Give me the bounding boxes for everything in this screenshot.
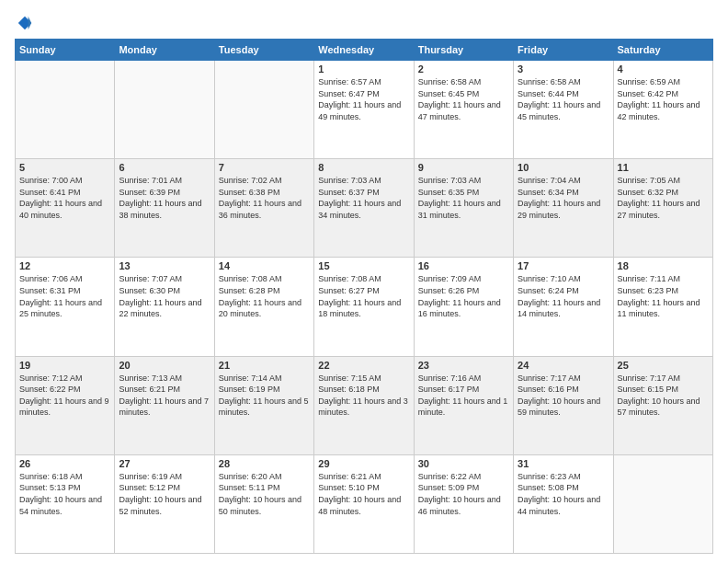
day-cell: 3Sunrise: 6:58 AM Sunset: 6:44 PM Daylig…: [514, 61, 613, 159]
day-info: Sunrise: 7:06 AM Sunset: 6:31 PM Dayligh…: [19, 273, 110, 319]
day-info: Sunrise: 7:13 AM Sunset: 6:21 PM Dayligh…: [119, 373, 210, 419]
day-info: Sunrise: 6:23 AM Sunset: 5:08 PM Dayligh…: [518, 471, 609, 517]
day-header-sunday: Sunday: [16, 40, 115, 61]
day-number: 7: [219, 162, 310, 173]
day-info: Sunrise: 6:19 AM Sunset: 5:12 PM Dayligh…: [119, 471, 210, 517]
day-cell: 29Sunrise: 6:21 AM Sunset: 5:10 PM Dayli…: [314, 454, 414, 553]
day-number: 13: [119, 260, 210, 271]
day-number: 1: [318, 63, 409, 75]
day-cell: 13Sunrise: 7:07 AM Sunset: 6:30 PM Dayli…: [115, 258, 214, 356]
day-cell: 31Sunrise: 6:23 AM Sunset: 5:08 PM Dayli…: [514, 454, 613, 553]
day-info: Sunrise: 7:10 AM Sunset: 6:24 PM Dayligh…: [518, 273, 609, 319]
day-info: Sunrise: 7:05 AM Sunset: 6:32 PM Dayligh…: [618, 175, 709, 221]
day-number: 14: [219, 260, 310, 271]
day-number: 16: [418, 260, 509, 271]
day-info: Sunrise: 6:22 AM Sunset: 5:09 PM Dayligh…: [418, 471, 509, 517]
week-row-1: 1Sunrise: 6:57 AM Sunset: 6:47 PM Daylig…: [16, 61, 713, 159]
svg-marker-1: [28, 17, 32, 29]
day-header-wednesday: Wednesday: [314, 40, 414, 61]
day-cell: 10Sunrise: 7:04 AM Sunset: 6:34 PM Dayli…: [514, 159, 613, 258]
day-cell: 15Sunrise: 7:08 AM Sunset: 6:27 PM Dayli…: [314, 258, 414, 356]
day-number: 21: [219, 360, 310, 371]
day-number: 18: [618, 260, 709, 271]
day-number: 17: [518, 260, 609, 271]
day-cell: 22Sunrise: 7:15 AM Sunset: 6:18 PM Dayli…: [314, 356, 414, 454]
day-number: 2: [418, 63, 509, 75]
day-cell: 21Sunrise: 7:14 AM Sunset: 6:19 PM Dayli…: [214, 356, 313, 454]
day-cell: 19Sunrise: 7:12 AM Sunset: 6:22 PM Dayli…: [16, 356, 115, 454]
day-cell: 17Sunrise: 7:10 AM Sunset: 6:24 PM Dayli…: [514, 258, 613, 356]
day-number: 5: [19, 162, 110, 173]
day-cell: 4Sunrise: 6:59 AM Sunset: 6:42 PM Daylig…: [613, 61, 712, 159]
day-header-monday: Monday: [115, 40, 214, 61]
day-number: 9: [418, 162, 509, 173]
day-info: Sunrise: 6:20 AM Sunset: 5:11 PM Dayligh…: [219, 471, 310, 517]
day-cell: [16, 61, 115, 159]
day-info: Sunrise: 7:15 AM Sunset: 6:18 PM Dayligh…: [318, 373, 409, 419]
day-number: 25: [618, 360, 709, 371]
day-number: 31: [518, 458, 609, 469]
day-cell: 6Sunrise: 7:01 AM Sunset: 6:39 PM Daylig…: [115, 159, 214, 258]
day-number: 12: [19, 260, 110, 271]
day-cell: 2Sunrise: 6:58 AM Sunset: 6:45 PM Daylig…: [414, 61, 513, 159]
day-cell: 24Sunrise: 7:17 AM Sunset: 6:16 PM Dayli…: [514, 356, 613, 454]
day-number: 11: [618, 162, 709, 173]
day-cell: 14Sunrise: 7:08 AM Sunset: 6:28 PM Dayli…: [214, 258, 313, 356]
header: [15, 15, 713, 31]
day-cell: 18Sunrise: 7:11 AM Sunset: 6:23 PM Dayli…: [613, 258, 712, 356]
day-info: Sunrise: 7:16 AM Sunset: 6:17 PM Dayligh…: [418, 373, 509, 419]
day-header-thursday: Thursday: [414, 40, 513, 61]
day-number: 10: [518, 162, 609, 173]
day-info: Sunrise: 7:09 AM Sunset: 6:26 PM Dayligh…: [418, 273, 509, 319]
page: SundayMondayTuesdayWednesdayThursdayFrid…: [0, 0, 728, 563]
day-info: Sunrise: 7:17 AM Sunset: 6:15 PM Dayligh…: [618, 373, 709, 419]
day-header-tuesday: Tuesday: [214, 40, 313, 61]
day-cell: 25Sunrise: 7:17 AM Sunset: 6:15 PM Dayli…: [613, 356, 712, 454]
day-cell: 9Sunrise: 7:03 AM Sunset: 6:35 PM Daylig…: [414, 159, 513, 258]
day-cell: 8Sunrise: 7:03 AM Sunset: 6:37 PM Daylig…: [314, 159, 414, 258]
day-header-friday: Friday: [514, 40, 613, 61]
day-cell: 27Sunrise: 6:19 AM Sunset: 5:12 PM Dayli…: [115, 454, 214, 553]
day-number: 22: [318, 360, 409, 371]
day-info: Sunrise: 6:21 AM Sunset: 5:10 PM Dayligh…: [318, 471, 409, 517]
day-info: Sunrise: 6:58 AM Sunset: 6:44 PM Dayligh…: [518, 76, 609, 122]
day-cell: [613, 454, 712, 553]
day-info: Sunrise: 7:03 AM Sunset: 6:37 PM Dayligh…: [318, 175, 409, 221]
day-number: 23: [418, 360, 509, 371]
day-info: Sunrise: 7:08 AM Sunset: 6:27 PM Dayligh…: [318, 273, 409, 319]
day-number: 6: [119, 162, 210, 173]
week-row-3: 12Sunrise: 7:06 AM Sunset: 6:31 PM Dayli…: [16, 258, 713, 356]
day-info: Sunrise: 7:03 AM Sunset: 6:35 PM Dayligh…: [418, 175, 509, 221]
day-cell: 1Sunrise: 6:57 AM Sunset: 6:47 PM Daylig…: [314, 61, 414, 159]
day-info: Sunrise: 7:00 AM Sunset: 6:41 PM Dayligh…: [19, 175, 110, 221]
day-cell: 23Sunrise: 7:16 AM Sunset: 6:17 PM Dayli…: [414, 356, 513, 454]
day-info: Sunrise: 6:18 AM Sunset: 5:13 PM Dayligh…: [19, 471, 110, 517]
day-info: Sunrise: 7:01 AM Sunset: 6:39 PM Dayligh…: [119, 175, 210, 221]
day-cell: 28Sunrise: 6:20 AM Sunset: 5:11 PM Dayli…: [214, 454, 313, 553]
calendar: SundayMondayTuesdayWednesdayThursdayFrid…: [15, 39, 713, 554]
day-cell: [214, 61, 313, 159]
day-info: Sunrise: 6:58 AM Sunset: 6:45 PM Dayligh…: [418, 76, 509, 122]
day-number: 27: [119, 458, 210, 469]
logo-icon: [17, 15, 33, 31]
day-number: 4: [618, 63, 709, 75]
day-number: 30: [418, 458, 509, 469]
day-info: Sunrise: 6:59 AM Sunset: 6:42 PM Dayligh…: [618, 76, 709, 122]
logo: [15, 15, 33, 31]
day-number: 29: [318, 458, 409, 469]
day-info: Sunrise: 6:57 AM Sunset: 6:47 PM Dayligh…: [318, 76, 409, 122]
day-number: 15: [318, 260, 409, 271]
day-cell: 30Sunrise: 6:22 AM Sunset: 5:09 PM Dayli…: [414, 454, 513, 553]
day-cell: 11Sunrise: 7:05 AM Sunset: 6:32 PM Dayli…: [613, 159, 712, 258]
day-info: Sunrise: 7:11 AM Sunset: 6:23 PM Dayligh…: [618, 273, 709, 319]
day-cell: 16Sunrise: 7:09 AM Sunset: 6:26 PM Dayli…: [414, 258, 513, 356]
day-number: 19: [19, 360, 110, 371]
day-info: Sunrise: 7:04 AM Sunset: 6:34 PM Dayligh…: [518, 175, 609, 221]
day-number: 26: [19, 458, 110, 469]
day-cell: [115, 61, 214, 159]
day-number: 24: [518, 360, 609, 371]
day-info: Sunrise: 7:12 AM Sunset: 6:22 PM Dayligh…: [19, 373, 110, 419]
logo-text: [15, 15, 33, 31]
day-number: 28: [219, 458, 310, 469]
day-cell: 12Sunrise: 7:06 AM Sunset: 6:31 PM Dayli…: [16, 258, 115, 356]
